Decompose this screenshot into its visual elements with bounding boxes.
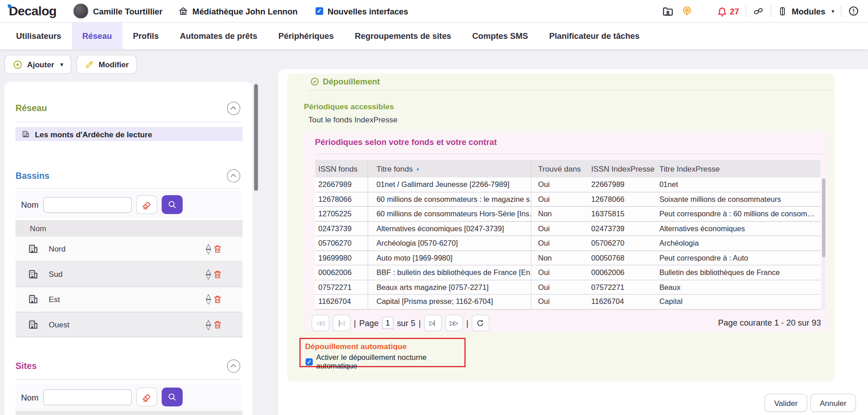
folder-user-icon[interactable] <box>662 5 674 17</box>
table-row[interactable]: 1267806660 millions de consommateurs : l… <box>315 192 821 207</box>
column-header-titre-indexpresse[interactable]: Titre IndexPresse <box>656 160 821 177</box>
page-last-button[interactable]: ▷▷ <box>445 315 463 331</box>
bassins-search-button[interactable] <box>161 195 183 214</box>
table-scrollbar[interactable] <box>822 177 825 310</box>
sites-search-bar: Nom <box>15 384 242 410</box>
sites-search-input[interactable] <box>43 389 132 405</box>
sites-section-header: Sites <box>15 359 240 373</box>
tab-comptes-sms[interactable]: Comptes SMS <box>462 23 538 49</box>
table-cell: Non <box>532 251 587 265</box>
page-next-button[interactable]: ▷ <box>424 315 442 331</box>
collapse-sites-icon[interactable] <box>227 359 240 373</box>
bassin-name: Sud <box>49 270 63 279</box>
validate-button[interactable]: Valider <box>765 394 807 412</box>
bassin-row[interactable]: Sud△▽ <box>15 262 242 287</box>
table-cell: Bulletin des bibliothèques de France <box>656 266 821 280</box>
sidebar-scrollbar-thumb[interactable] <box>254 84 258 191</box>
new-interfaces-checkbox[interactable]: ✓ <box>315 7 323 15</box>
table-scrollbar-thumb[interactable] <box>822 179 825 257</box>
avatar[interactable] <box>73 3 89 19</box>
divider <box>315 154 822 154</box>
table-row[interactable]: 07572271Beaux arts magazine [0757-2271]O… <box>315 280 821 294</box>
bassin-row[interactable]: Nord△▽ <box>15 237 242 262</box>
auto-depouillement-checkbox[interactable]: ✓ <box>306 358 313 365</box>
table-cell: 11626704 <box>587 295 656 309</box>
cancel-button[interactable]: Annuler <box>810 394 856 412</box>
sites-search-button[interactable] <box>161 387 183 406</box>
table-cell: Oui <box>532 266 587 280</box>
tab-r-seau[interactable]: Réseau <box>72 23 123 49</box>
auto-depouillement-title: Dépouillement automatique <box>305 342 407 351</box>
move-down-icon[interactable]: ▽ <box>206 274 211 280</box>
network-selected-item[interactable]: Les monts d'Ardèche de lecture <box>15 127 242 141</box>
page-first-button[interactable]: ◁ <box>333 315 350 331</box>
page-of-label: sur 5 <box>397 318 415 328</box>
bassins-clear-button[interactable] <box>136 195 157 214</box>
column-header-titre-fonds[interactable]: Titre fonds▲ <box>368 160 531 177</box>
bassins-search-input[interactable] <box>43 196 132 213</box>
table-cell: Archéologia [0570-6270] <box>368 236 531 250</box>
tab-p-riph-riques[interactable]: Périphériques <box>268 23 344 49</box>
move-down-icon[interactable]: ▽ <box>206 249 211 254</box>
user-menu[interactable]: Camille Tourtillier <box>73 3 163 19</box>
building-icon <box>28 269 38 280</box>
search-icon <box>167 392 177 402</box>
table-cell: Oui <box>532 280 587 294</box>
edit-button[interactable]: Modifier <box>76 55 137 74</box>
move-down-icon[interactable]: ▽ <box>206 299 211 305</box>
add-button[interactable]: Ajouter ▾ <box>5 55 71 74</box>
bassin-row[interactable]: Est△▽ <box>15 287 242 312</box>
pagination-bar: ◁◁ ◁ | Page sur 5 | ▷ ▷▷ | <box>311 315 489 331</box>
page-number-input[interactable] <box>382 317 394 329</box>
refresh-button[interactable] <box>472 315 489 331</box>
table-row[interactable]: 2266798901net / Gallimard Jeunesse [2266… <box>315 177 821 192</box>
add-button-label: Ajouter <box>27 60 54 69</box>
move-down-icon[interactable]: ▽ <box>206 324 211 330</box>
auto-depouillement-label: Activer le dépouillement nocturne automa… <box>316 353 464 370</box>
auto-depouillement-box: Dépouillement automatique ✓ Activer le d… <box>299 338 465 367</box>
tab-utilisateurs[interactable]: Utilisateurs <box>5 23 72 49</box>
modules-menu[interactable]: Modules ▾ <box>778 6 835 16</box>
library-name: Médiathèque John Lennon <box>193 6 298 16</box>
table-row[interactable]: 02473739Alternatives économiques [0247-3… <box>315 221 821 236</box>
sites-clear-button[interactable] <box>136 387 157 406</box>
sites-column-header-partial <box>15 411 242 415</box>
notifications-bell-icon[interactable] <box>717 6 727 16</box>
network-section-title: Réseau <box>15 103 47 113</box>
toolbar: Ajouter ▾ Modifier <box>5 55 137 74</box>
column-header-trouv-dans[interactable]: Trouvé dans <box>532 160 587 177</box>
tab-profils[interactable]: Profils <box>123 23 170 49</box>
section-title: Dépouillement <box>323 77 380 86</box>
info-icon[interactable] <box>848 5 859 16</box>
pencil-icon <box>85 60 94 69</box>
periodicals-table: ISSN fondsTitre fonds▲Trouvé dansISSN In… <box>315 160 821 309</box>
divider <box>15 188 240 188</box>
table-row[interactable]: 00062006BBF : bulletin des bibliothèques… <box>315 266 821 280</box>
sidebar-scrollbar[interactable] <box>254 83 258 415</box>
tab-regroupements-de-sites[interactable]: Regroupements de sites <box>344 23 462 49</box>
tab-planificateur-de-t-ches[interactable]: Planificateur de tâches <box>538 23 650 49</box>
page-rewind-button[interactable]: ◁◁ <box>311 315 329 331</box>
table-row[interactable]: 11626704Capital [Prisma presse; 1162-670… <box>315 295 821 309</box>
delete-trash-icon[interactable] <box>212 269 222 279</box>
table-cell: 01net <box>656 177 821 191</box>
table-row[interactable]: 1270522560 millions de consommateurs Hor… <box>315 207 821 221</box>
library-building-icon <box>178 6 188 16</box>
delete-trash-icon[interactable] <box>212 244 222 254</box>
column-header-issn-fonds[interactable]: ISSN fonds <box>315 160 368 177</box>
library-menu[interactable]: Médiathèque John Lennon <box>178 6 297 16</box>
table-row[interactable]: 19699980Auto moto [1969-9980]Non00050768… <box>315 251 821 265</box>
bassin-row[interactable]: Ouest△▽ <box>15 312 242 337</box>
collapse-network-icon[interactable] <box>227 102 240 115</box>
table-cell: 00062006 <box>315 266 368 280</box>
delete-trash-icon[interactable] <box>212 319 222 329</box>
delete-trash-icon[interactable] <box>212 294 222 304</box>
column-header-issn-indexpresse[interactable]: ISSN IndexPresse <box>587 160 656 177</box>
tab-automates-de-pr-ts[interactable]: Automates de prêts <box>169 23 268 49</box>
table-row[interactable]: 05706270Archéologia [0570-6270]Oui057062… <box>315 236 821 251</box>
link-chain-icon[interactable] <box>753 5 764 16</box>
beacon-icon[interactable] <box>682 5 693 16</box>
plus-circle-icon <box>13 60 23 70</box>
new-interfaces-toggle[interactable]: ✓ Nouvelles interfaces <box>315 6 408 16</box>
collapse-bassins-icon[interactable] <box>227 169 240 182</box>
